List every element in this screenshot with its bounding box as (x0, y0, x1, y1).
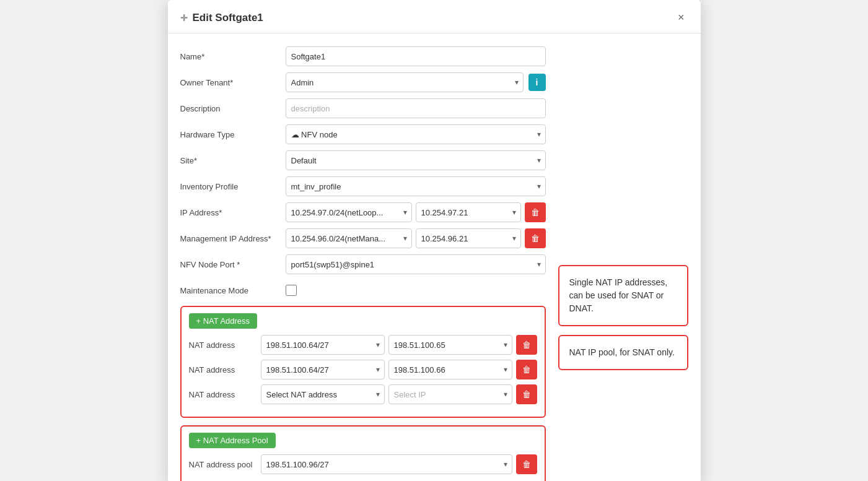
mgmt-ip-delete-button[interactable]: 🗑 (525, 228, 546, 248)
modal-header: ✛ Edit Softgate1 × (168, 0, 701, 33)
nat-address-info-text: Single NAT IP addresses, can be used for… (569, 277, 668, 313)
mgmt-ip-pair: 10.254.96.0/24(netMana... 10.254.96.21 🗑 (286, 228, 546, 248)
nat-pool-subnet-wrap-1: 198.51.100.96/27 (261, 454, 512, 474)
mgmt-ip-row: Management IP Address* 10.254.96.0/24(ne… (180, 228, 546, 249)
owner-tenant-row: Owner Tenant* Admin i (180, 72, 546, 93)
nat-ip-select-wrap-1: 198.51.100.65 (388, 335, 512, 355)
nat-subnet-select-1[interactable]: 198.51.100.64/27 (261, 335, 385, 355)
owner-tenant-select-wrapper: Admin (286, 72, 524, 92)
mgmt-ip-ip-select[interactable]: 10.254.96.21 (416, 228, 521, 248)
name-input[interactable] (286, 46, 546, 66)
nat-address-label-2: NAT address (189, 365, 257, 375)
ip-address-ip-select[interactable]: 10.254.97.21 (416, 202, 521, 222)
nat-address-delete-button-1[interactable]: 🗑 (516, 335, 537, 355)
site-label: Site* (180, 156, 286, 165)
inventory-profile-select[interactable]: mt_inv_profile (286, 176, 546, 196)
modal-title: ✛ Edit Softgate1 (180, 12, 263, 24)
hardware-type-select-wrapper: ☁ NFV node (286, 124, 546, 144)
mgmt-ip-label: Management IP Address* (180, 234, 286, 243)
description-row: Description (180, 98, 546, 119)
ip-address-label: IP Address* (180, 208, 286, 217)
nat-pool-info-text: NAT IP pool, for SNAT only. (569, 347, 675, 357)
ip-address-ip-wrapper: 10.254.97.21 (416, 202, 521, 222)
mgmt-ip-subnet-wrapper: 10.254.96.0/24(netMana... (286, 228, 412, 248)
nat-ip-select-2[interactable]: 198.51.100.66 (388, 360, 512, 379)
nat-address-row-3: NAT address Select NAT address Select IP… (189, 384, 537, 404)
nat-ip-select-1[interactable]: 198.51.100.65 (388, 335, 512, 355)
add-nat-address-button[interactable]: + NAT Address (189, 313, 258, 329)
nat-address-row-2: NAT address 198.51.100.64/27 198.51.100.… (189, 360, 537, 379)
nat-pool-label-1: NAT address pool (189, 460, 257, 469)
nfv-port-label: NFV Node Port * (180, 260, 286, 269)
mgmt-ip-subnet-select[interactable]: 10.254.96.0/24(netMana... (286, 228, 412, 248)
site-select[interactable]: Default (286, 150, 546, 170)
nat-address-info-box: Single NAT IP addresses, can be used for… (558, 265, 688, 326)
ip-address-subnet-wrapper: 10.254.97.0/24(netLoop... (286, 202, 412, 222)
mgmt-ip-ip-wrapper: 10.254.96.21 (416, 228, 521, 248)
nfv-port-row: NFV Node Port * port51(swp51)@spine1 (180, 254, 546, 275)
modal-title-text: Edit Softgate1 (193, 12, 263, 24)
edit-softgate-modal: ✛ Edit Softgate1 × Name* Owner Tenant* A… (168, 0, 701, 481)
site-row: Site* Default (180, 150, 546, 171)
nat-pool-delete-button-1[interactable]: 🗑 (516, 454, 537, 474)
nat-pool-section: + NAT Address Pool NAT address pool 198.… (180, 425, 546, 481)
nat-ip-select-wrap-2: 198.51.100.66 (388, 360, 512, 379)
move-icon: ✛ (180, 13, 188, 23)
add-nat-pool-button[interactable]: + NAT Address Pool (189, 433, 276, 448)
nat-ip-select-wrap-3: Select IP (388, 384, 512, 404)
inventory-profile-select-wrapper: mt_inv_profile (286, 176, 546, 196)
hardware-type-select[interactable]: ☁ NFV node (286, 124, 546, 144)
nat-pool-subnet-select-1[interactable]: 198.51.100.96/27 (261, 454, 512, 474)
name-row: Name* (180, 46, 546, 67)
description-label: Description (180, 104, 286, 113)
owner-tenant-label: Owner Tenant* (180, 78, 286, 87)
inventory-profile-label: Inventory Profile (180, 182, 286, 191)
hardware-type-label: Hardware Type (180, 130, 286, 139)
hardware-type-row: Hardware Type ☁ NFV node (180, 124, 546, 145)
nat-ip-select-3[interactable]: Select IP (388, 384, 512, 404)
name-label: Name* (180, 52, 286, 61)
site-select-wrapper: Default (286, 150, 546, 170)
nfv-port-select-wrapper: port51(swp51)@spine1 (286, 254, 546, 274)
ip-address-row: IP Address* 10.254.97.0/24(netLoop... 10… (180, 202, 546, 223)
nat-address-delete-button-2[interactable]: 🗑 (516, 360, 537, 379)
nat-address-section: + NAT Address NAT address 198.51.100.64/… (180, 306, 546, 418)
owner-tenant-select[interactable]: Admin (286, 72, 524, 92)
description-input[interactable] (286, 98, 546, 118)
nat-address-label-3: NAT address (189, 390, 257, 399)
form-section: Name* Owner Tenant* Admin i Description (180, 46, 546, 481)
nat-subnet-select-2[interactable]: 198.51.100.64/27 (261, 360, 385, 379)
nat-pool-info-box: NAT IP pool, for SNAT only. (558, 335, 688, 370)
nat-subnet-select-3[interactable]: Select NAT address (261, 384, 385, 404)
close-button[interactable]: × (674, 10, 688, 25)
nat-subnet-select-wrap-3: Select NAT address (261, 384, 385, 404)
nat-address-label-1: NAT address (189, 340, 257, 350)
nat-pool-row-1: NAT address pool 198.51.100.96/27 🗑 (189, 454, 537, 474)
ip-address-pair: 10.254.97.0/24(netLoop... 10.254.97.21 🗑 (286, 202, 546, 222)
nat-address-row-1: NAT address 198.51.100.64/27 198.51.100.… (189, 335, 537, 355)
maintenance-row: Maintenance Mode (180, 280, 546, 301)
inventory-profile-row: Inventory Profile mt_inv_profile (180, 176, 546, 197)
ip-address-subnet-select[interactable]: 10.254.97.0/24(netLoop... (286, 202, 412, 222)
modal-body: Name* Owner Tenant* Admin i Description (168, 33, 701, 481)
nat-subnet-select-wrap-1: 198.51.100.64/27 (261, 335, 385, 355)
maintenance-checkbox[interactable] (286, 285, 297, 296)
owner-tenant-info-button[interactable]: i (528, 74, 546, 91)
nat-address-delete-button-3[interactable]: 🗑 (516, 384, 537, 404)
nat-subnet-select-wrap-2: 198.51.100.64/27 (261, 360, 385, 379)
ip-address-delete-button[interactable]: 🗑 (525, 202, 546, 222)
info-panel: Single NAT IP addresses, can be used for… (558, 46, 688, 481)
maintenance-label: Maintenance Mode (180, 286, 286, 295)
nfv-port-select[interactable]: port51(swp51)@spine1 (286, 254, 546, 274)
